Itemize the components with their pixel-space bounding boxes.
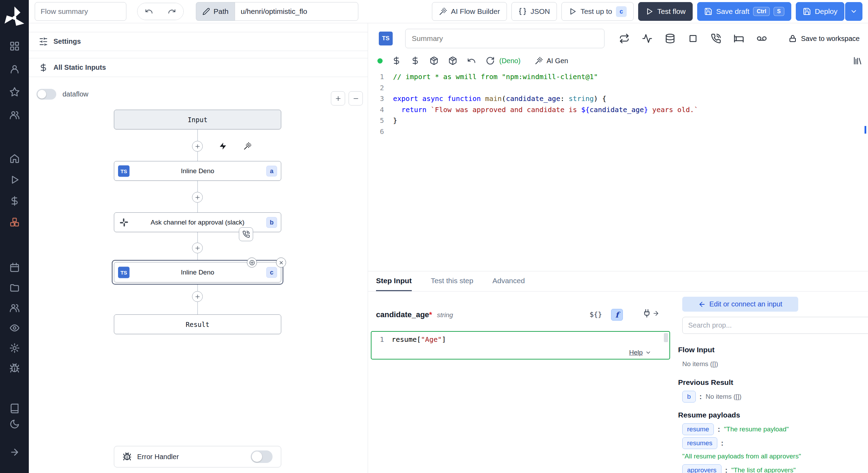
database-icon[interactable] xyxy=(665,33,675,44)
voicemail-icon[interactable] xyxy=(757,33,767,44)
resumes-badge[interactable]: resumes xyxy=(682,437,717,449)
windmill-logo-icon[interactable] xyxy=(0,3,29,32)
boxes-icon[interactable] xyxy=(9,217,20,227)
flow-node-b[interactable]: Ask channel for approval (slack) b xyxy=(114,212,281,232)
save-draft-button[interactable]: Save draft Ctrl S xyxy=(697,2,791,21)
code-line[interactable]: 3export async function main(candidate_ag… xyxy=(368,93,868,104)
prev-result-badge[interactable]: b xyxy=(682,391,696,403)
undo-button[interactable] xyxy=(137,3,160,20)
flow-summary-input[interactable] xyxy=(35,2,126,21)
dollar-icon xyxy=(39,63,48,72)
repeat-icon[interactable] xyxy=(619,33,629,44)
users-icon[interactable] xyxy=(9,303,20,313)
insert-step-button[interactable] xyxy=(192,192,203,203)
zoom-in-button[interactable] xyxy=(331,91,345,105)
star-icon[interactable] xyxy=(9,87,20,97)
kbd-ctrl: Ctrl xyxy=(753,7,770,16)
template-expr-button[interactable]: ${} xyxy=(590,310,602,319)
error-handler-toggle[interactable] xyxy=(251,450,273,463)
error-handler-row[interactable]: Error Handler xyxy=(114,446,281,467)
path-button[interactable]: Path xyxy=(196,2,235,21)
test-up-to-button[interactable]: Test up to c xyxy=(561,2,634,21)
ai-step-button[interactable] xyxy=(242,140,253,152)
arrow-right-icon[interactable] xyxy=(9,447,20,457)
json-button[interactable]: JSON xyxy=(511,2,557,21)
dollar-icon[interactable] xyxy=(411,56,420,65)
approvers-badge[interactable]: approvers xyxy=(682,464,721,473)
resumes-desc: "All resume payloads from all approvers" xyxy=(682,453,801,460)
approvers-desc: "The list of approvers" xyxy=(731,466,796,473)
tab-advanced[interactable]: Advanced xyxy=(492,271,525,291)
play-icon[interactable] xyxy=(9,175,20,185)
reload-icon[interactable] xyxy=(486,56,495,65)
phone-call-icon[interactable] xyxy=(711,33,721,44)
move-node-button[interactable] xyxy=(247,257,257,268)
library-button[interactable] xyxy=(853,56,862,66)
grid-icon[interactable] xyxy=(9,41,20,51)
user-icon[interactable] xyxy=(9,64,20,74)
scrollbar-handle[interactable] xyxy=(664,333,668,342)
delete-node-button[interactable] xyxy=(276,257,286,268)
flow-node-a[interactable]: TS Inline Deno a xyxy=(114,161,281,181)
redo-button[interactable] xyxy=(160,3,183,20)
moon-icon[interactable] xyxy=(9,419,20,429)
connect-input-button[interactable] xyxy=(642,309,659,318)
arrow-right-icon xyxy=(652,310,659,317)
ai-flow-builder-button[interactable]: AI Flow Builder xyxy=(432,2,507,21)
tab-step-input[interactable]: Step Input xyxy=(376,271,412,291)
square-icon[interactable] xyxy=(688,33,698,44)
package-icon[interactable] xyxy=(429,56,439,65)
help-link[interactable]: Help xyxy=(629,349,651,356)
kbd-s: S xyxy=(774,7,784,16)
dollar-icon[interactable] xyxy=(392,56,401,65)
test-flow-button[interactable]: Test flow xyxy=(638,2,693,21)
edit-or-connect-button[interactable]: Edit or connect an input xyxy=(682,297,798,312)
tab-test-this-step[interactable]: Test this step xyxy=(431,271,474,291)
book-icon[interactable] xyxy=(9,403,20,414)
calendar-icon[interactable] xyxy=(9,262,20,273)
plus-icon xyxy=(194,245,201,251)
gear-icon[interactable] xyxy=(9,343,20,353)
deploy-label: Deploy xyxy=(815,7,837,16)
save-to-workspace-button[interactable]: Save to workspace xyxy=(788,34,860,43)
code-line[interactable]: 1// import * as wmill from "npm:windmill… xyxy=(368,71,868,83)
insert-step-button[interactable] xyxy=(192,243,203,253)
trigger-button[interactable] xyxy=(217,140,229,152)
package-icon[interactable] xyxy=(448,56,457,65)
colon: : xyxy=(700,393,702,401)
code-line[interactable]: 5} xyxy=(368,115,868,126)
flow-node-input[interactable]: Input xyxy=(114,110,281,129)
dollar-icon[interactable] xyxy=(9,196,20,206)
flow-node-result[interactable]: Result xyxy=(114,314,281,334)
static-inputs-row[interactable]: All Static Inputs xyxy=(29,58,368,77)
summary-input[interactable] xyxy=(405,29,604,48)
activity-icon[interactable] xyxy=(642,33,652,44)
flow-settings-row[interactable]: Settings xyxy=(29,32,368,51)
home-icon[interactable] xyxy=(9,153,20,164)
zoom-out-button[interactable] xyxy=(349,91,363,105)
node-label: Inline Deno xyxy=(181,167,214,175)
path-input[interactable] xyxy=(235,2,358,21)
bug-icon[interactable] xyxy=(9,363,20,373)
code-line[interactable]: 4 return `Flow was approved and candidat… xyxy=(368,104,868,116)
insert-step-button[interactable] xyxy=(192,291,203,302)
deploy-button[interactable]: Deploy xyxy=(796,2,844,21)
resume-badge[interactable]: resume xyxy=(682,423,714,435)
undo-icon[interactable] xyxy=(467,56,476,65)
search-prop-input[interactable] xyxy=(682,317,868,334)
path-group: Path xyxy=(196,2,358,21)
users-icon[interactable] xyxy=(9,110,20,120)
code-line[interactable]: 6 xyxy=(368,126,868,137)
ai-gen-button[interactable]: AI Gen xyxy=(535,57,568,65)
expression-editor[interactable]: 1 resume["Age"] Help xyxy=(371,331,670,360)
function-toggle-button[interactable]: f xyxy=(611,309,623,321)
suspend-approval-indicator[interactable] xyxy=(239,227,253,241)
code-line[interactable]: 2 xyxy=(368,83,868,94)
eye-icon[interactable] xyxy=(9,323,20,333)
folder-icon[interactable] xyxy=(9,282,20,293)
insert-step-button[interactable] xyxy=(192,141,203,152)
bed-icon[interactable] xyxy=(734,33,744,44)
code-editor[interactable]: 1// import * as wmill from "npm:windmill… xyxy=(368,68,868,271)
deploy-more-button[interactable] xyxy=(845,2,862,21)
dataflow-toggle[interactable] xyxy=(36,89,56,100)
